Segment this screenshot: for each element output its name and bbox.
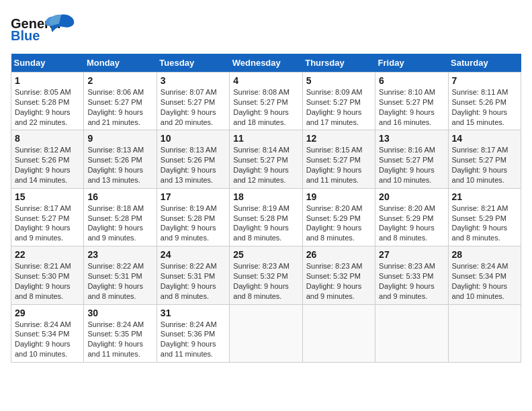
sunset-text: Sunset: 5:35 PM — [87, 330, 142, 338]
sunset-text: Sunset: 5:27 PM — [87, 98, 142, 106]
sunrise-text: Sunrise: 8:24 AM — [452, 262, 508, 270]
sunrise-text: Sunrise: 8:09 AM — [306, 88, 363, 96]
daylight-text: Daylight: 9 hours and 20 minutes. — [161, 108, 216, 126]
day-info: Sunrise: 8:19 AMSunset: 5:28 PMDaylight:… — [161, 203, 226, 243]
calendar-day-6: 6Sunrise: 8:10 AMSunset: 5:27 PMDaylight… — [375, 73, 448, 130]
empty-cell — [448, 304, 521, 362]
calendar-day-25: 25Sunrise: 8:23 AMSunset: 5:32 PMDayligh… — [230, 246, 302, 304]
daylight-text: Daylight: 9 hours and 9 minutes. — [15, 224, 71, 242]
day-number: 7 — [452, 75, 517, 86]
calendar-day-31: 31Sunrise: 8:24 AMSunset: 5:36 PMDayligh… — [157, 304, 229, 362]
sunrise-text: Sunrise: 8:15 AM — [306, 146, 363, 154]
logo: GeneralBlue — [11, 11, 85, 46]
svg-text:Blue: Blue — [11, 28, 40, 43]
weekday-header-sunday: Sunday — [11, 54, 84, 73]
sunrise-text: Sunrise: 8:17 AM — [15, 204, 71, 212]
daylight-text: Daylight: 9 hours and 10 minutes. — [379, 166, 435, 184]
calendar-day-16: 16Sunrise: 8:18 AMSunset: 5:28 PMDayligh… — [84, 188, 157, 246]
calendar-day-5: 5Sunrise: 8:09 AMSunset: 5:27 PMDaylight… — [302, 73, 375, 130]
calendar-day-7: 7Sunrise: 8:11 AMSunset: 5:26 PMDaylight… — [448, 73, 521, 130]
day-info: Sunrise: 8:23 AMSunset: 5:32 PMDaylight:… — [233, 261, 298, 301]
day-info: Sunrise: 8:17 AMSunset: 5:27 PMDaylight:… — [452, 145, 517, 185]
weekday-header-saturday: Saturday — [448, 54, 521, 73]
daylight-text: Daylight: 9 hours and 9 minutes. — [87, 224, 143, 242]
weekday-header-monday: Monday — [84, 54, 157, 73]
day-info: Sunrise: 8:20 AMSunset: 5:29 PMDaylight:… — [379, 203, 444, 243]
calendar-week-1: 1Sunrise: 8:05 AMSunset: 5:28 PMDaylight… — [11, 73, 521, 130]
empty-cell — [230, 304, 302, 362]
page-header: GeneralBlue — [11, 11, 521, 46]
calendar-day-8: 8Sunrise: 8:12 AMSunset: 5:26 PMDaylight… — [11, 130, 84, 188]
calendar-day-14: 14Sunrise: 8:17 AMSunset: 5:27 PMDayligh… — [448, 130, 521, 188]
day-info: Sunrise: 8:22 AMSunset: 5:31 PMDaylight:… — [161, 261, 226, 301]
calendar-day-24: 24Sunrise: 8:22 AMSunset: 5:31 PMDayligh… — [157, 246, 229, 304]
calendar-day-12: 12Sunrise: 8:15 AMSunset: 5:27 PMDayligh… — [302, 130, 375, 188]
sunset-text: Sunset: 5:34 PM — [15, 330, 69, 338]
day-info: Sunrise: 8:24 AMSunset: 5:34 PMDaylight:… — [15, 320, 80, 359]
day-number: 11 — [233, 133, 298, 144]
sunset-text: Sunset: 5:26 PM — [87, 156, 142, 164]
sunrise-text: Sunrise: 8:18 AM — [87, 204, 144, 212]
calendar-day-21: 21Sunrise: 8:21 AMSunset: 5:29 PMDayligh… — [448, 188, 521, 246]
sunset-text: Sunset: 5:26 PM — [452, 98, 506, 106]
calendar-day-26: 26Sunrise: 8:23 AMSunset: 5:32 PMDayligh… — [302, 246, 375, 304]
sunrise-text: Sunrise: 8:13 AM — [161, 146, 217, 154]
sunrise-text: Sunrise: 8:23 AM — [233, 262, 290, 270]
day-number: 25 — [233, 249, 298, 260]
sunset-text: Sunset: 5:34 PM — [452, 272, 506, 280]
sunrise-text: Sunrise: 8:21 AM — [452, 204, 508, 212]
day-number: 27 — [379, 249, 444, 260]
day-info: Sunrise: 8:23 AMSunset: 5:32 PMDaylight:… — [306, 261, 371, 301]
calendar-day-3: 3Sunrise: 8:07 AMSunset: 5:27 PMDaylight… — [157, 73, 229, 130]
day-info: Sunrise: 8:11 AMSunset: 5:26 PMDaylight:… — [452, 87, 517, 127]
day-info: Sunrise: 8:12 AMSunset: 5:26 PMDaylight:… — [15, 145, 80, 185]
sunset-text: Sunset: 5:27 PM — [233, 98, 287, 106]
sunset-text: Sunset: 5:30 PM — [15, 272, 69, 280]
daylight-text: Daylight: 9 hours and 8 minutes. — [306, 224, 362, 242]
day-number: 8 — [15, 133, 80, 144]
day-number: 30 — [87, 308, 152, 318]
calendar-day-28: 28Sunrise: 8:24 AMSunset: 5:34 PMDayligh… — [448, 246, 521, 304]
sunset-text: Sunset: 5:31 PM — [87, 272, 142, 280]
day-number: 28 — [452, 249, 517, 260]
day-number: 1 — [15, 75, 80, 86]
daylight-text: Daylight: 9 hours and 8 minutes. — [15, 282, 71, 300]
calendar-day-4: 4Sunrise: 8:08 AMSunset: 5:27 PMDaylight… — [230, 73, 302, 130]
day-number: 24 — [161, 249, 226, 260]
day-number: 6 — [379, 75, 444, 86]
sunset-text: Sunset: 5:27 PM — [15, 214, 69, 222]
sunset-text: Sunset: 5:29 PM — [379, 214, 433, 222]
calendar-week-5: 29Sunrise: 8:24 AMSunset: 5:34 PMDayligh… — [11, 304, 521, 362]
calendar-day-17: 17Sunrise: 8:19 AMSunset: 5:28 PMDayligh… — [157, 188, 229, 246]
day-info: Sunrise: 8:13 AMSunset: 5:26 PMDaylight:… — [161, 145, 226, 185]
day-number: 12 — [306, 133, 371, 144]
sunrise-text: Sunrise: 8:12 AM — [15, 146, 71, 154]
daylight-text: Daylight: 9 hours and 9 minutes. — [306, 282, 362, 300]
daylight-text: Daylight: 9 hours and 8 minutes. — [233, 282, 289, 300]
day-number: 18 — [233, 191, 298, 202]
sunrise-text: Sunrise: 8:05 AM — [15, 88, 71, 96]
day-info: Sunrise: 8:14 AMSunset: 5:27 PMDaylight:… — [233, 145, 298, 185]
daylight-text: Daylight: 9 hours and 11 minutes. — [306, 166, 362, 184]
sunset-text: Sunset: 5:36 PM — [161, 330, 215, 338]
day-number: 16 — [87, 191, 152, 202]
calendar-day-13: 13Sunrise: 8:16 AMSunset: 5:27 PMDayligh… — [375, 130, 448, 188]
sunrise-text: Sunrise: 8:06 AM — [87, 88, 144, 96]
empty-cell — [302, 304, 375, 362]
day-number: 13 — [379, 133, 444, 144]
daylight-text: Daylight: 9 hours and 21 minutes. — [87, 108, 143, 126]
sunrise-text: Sunrise: 8:23 AM — [379, 262, 435, 270]
day-info: Sunrise: 8:23 AMSunset: 5:33 PMDaylight:… — [379, 261, 444, 301]
daylight-text: Daylight: 9 hours and 16 minutes. — [379, 108, 435, 126]
calendar-day-29: 29Sunrise: 8:24 AMSunset: 5:34 PMDayligh… — [11, 304, 84, 362]
daylight-text: Daylight: 9 hours and 10 minutes. — [452, 282, 508, 300]
sunset-text: Sunset: 5:28 PM — [161, 214, 215, 222]
daylight-text: Daylight: 9 hours and 15 minutes. — [452, 108, 508, 126]
sunset-text: Sunset: 5:29 PM — [306, 214, 361, 222]
sunrise-text: Sunrise: 8:24 AM — [15, 320, 71, 328]
sunset-text: Sunset: 5:33 PM — [379, 272, 433, 280]
sunrise-text: Sunrise: 8:23 AM — [306, 262, 363, 270]
day-number: 5 — [306, 75, 371, 86]
sunset-text: Sunset: 5:27 PM — [306, 98, 361, 106]
calendar-day-1: 1Sunrise: 8:05 AMSunset: 5:28 PMDaylight… — [11, 73, 84, 130]
